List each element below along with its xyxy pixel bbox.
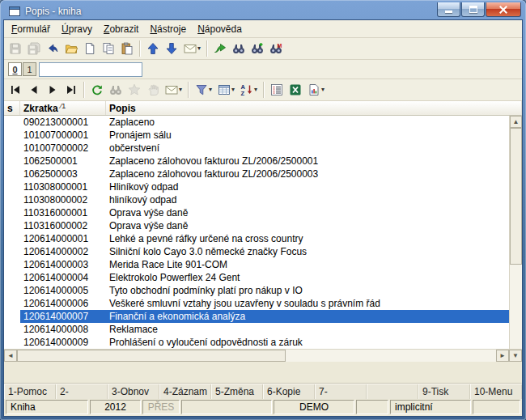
maximize-button[interactable] (461, 2, 485, 17)
fkey-4-zaznam[interactable]: 4-Záznam (159, 384, 211, 399)
scroll-right-icon[interactable]: ► (496, 350, 509, 362)
go-first-button[interactable] (6, 81, 24, 99)
fkey-10-menu[interactable]: 10-Menu (470, 384, 522, 399)
cell-zkratka: 110316000002 (20, 219, 106, 232)
column-header-zkratka[interactable]: Zkratka∕1 (20, 101, 106, 115)
export-icon (214, 42, 227, 55)
fkey-3-obnov[interactable]: 3-Obnov (108, 384, 159, 399)
find-m-button[interactable] (267, 40, 285, 57)
totals-button[interactable] (268, 81, 286, 99)
fkey-9-tisk[interactable]: 9-Tisk (418, 384, 470, 399)
table-row[interactable]: 110308000001Hliníkový odpad (4, 180, 509, 193)
new-record-button[interactable] (81, 40, 99, 57)
go-previous-button[interactable] (25, 81, 43, 99)
fkey-blank[interactable] (367, 384, 418, 399)
scroll-down-icon[interactable]: ▼ (509, 350, 522, 362)
cell-popis: Zaplaceno (106, 116, 509, 129)
scroll-up-icon[interactable]: ▲ (510, 116, 522, 128)
cell-s (4, 336, 20, 349)
column-header-popis[interactable]: Popis (106, 101, 522, 115)
print-report-button[interactable]: ▾ (305, 81, 327, 99)
cell-s (4, 245, 20, 258)
record-tab-0[interactable]: 0 (8, 62, 22, 76)
copy-button[interactable] (100, 40, 117, 57)
fkey-5-zmena[interactable]: 5-Změna (211, 384, 263, 399)
cell-popis: hliníkový odpad (106, 193, 509, 206)
vertical-scrollbar[interactable]: ▲ (509, 116, 522, 349)
status-panel-implicitni: implicitní (390, 400, 471, 414)
horizontal-scrollbar[interactable]: ◄ ► ▼ (4, 349, 522, 362)
table-row[interactable]: 120614000005Tyto obchodní podmínky platí… (4, 284, 509, 297)
refresh-button[interactable] (88, 81, 106, 99)
sort-button[interactable]: ▾ (238, 81, 260, 99)
paste-button[interactable] (118, 40, 136, 57)
spacer (4, 362, 522, 384)
fkey-1-pomoc[interactable]: 1-Pomoc (4, 384, 56, 399)
menu-item-formular[interactable]: Formulář (6, 21, 56, 37)
menu-item-nastroje[interactable]: Nástroje (144, 21, 192, 37)
menu-item-zobrazit[interactable]: Zobrazit (98, 21, 144, 37)
table-row[interactable]: 120614000007Finanční a ekonomická analýz… (4, 310, 509, 323)
cell-zkratka: 120614000007 (20, 310, 106, 323)
vertical-scroll-thumb[interactable] (510, 128, 522, 265)
sort-icon (240, 83, 253, 96)
table-row[interactable]: 120614000008Reklamace (4, 323, 509, 336)
record-tab-row: 01 (4, 60, 522, 79)
close-icon (498, 5, 508, 15)
minimize-icon (445, 11, 452, 13)
table-row[interactable]: 110316000001Oprava výše daně (4, 206, 509, 219)
table-row[interactable]: 120614000004Elektrokolo Powerflex 24 Gen… (4, 271, 509, 284)
fkey-7[interactable]: 7- (315, 384, 367, 399)
go-next-button[interactable] (44, 81, 62, 99)
table-row[interactable]: 1062500001Zaplaceno zálohovou fakturou Z… (4, 155, 509, 168)
cell-popis: Reklamace (106, 323, 509, 336)
record-tab-1[interactable]: 1 (23, 62, 36, 76)
table-row[interactable]: 120614000002Silniční kolo Cayo 3.0 němec… (4, 245, 509, 258)
close-button[interactable] (486, 2, 521, 17)
columns-button[interactable]: ▾ (215, 81, 237, 99)
scroll-left-icon[interactable]: ◄ (4, 350, 17, 362)
send-mail-icon (184, 42, 197, 55)
cell-zkratka: 110308000002 (20, 193, 106, 206)
table-row[interactable]: 101007000002občerstvení (4, 142, 509, 155)
table-row[interactable]: 090213000001Zaplaceno (4, 116, 509, 129)
open-button[interactable] (62, 40, 80, 57)
filter-button[interactable]: ▾ (193, 81, 214, 99)
horizontal-scroll-track[interactable] (17, 350, 496, 362)
send-mail-button[interactable]: ▾ (181, 40, 203, 57)
export-button[interactable] (211, 40, 229, 57)
table-row[interactable]: 110316000002Oprava výše daně (4, 219, 509, 232)
horizontal-scroll-thumb[interactable] (17, 350, 286, 362)
status-panel-2012: 2012 (90, 400, 141, 414)
fkey-6-kopie[interactable]: 6-Kopie (263, 384, 315, 399)
move-up-button[interactable] (144, 40, 162, 57)
cell-s (4, 271, 20, 284)
export-excel-button[interactable] (286, 81, 304, 99)
table-body-area: 090213000001Zaplaceno101007000001Pronáje… (4, 116, 522, 349)
table-row[interactable]: 120614000003Merida Race Lite 901-COM (4, 258, 509, 271)
vertical-scroll-track[interactable] (510, 128, 522, 349)
table-row[interactable]: 120614000006Veškeré smluvní vztahy jsou … (4, 297, 509, 310)
menu-item-napoveda[interactable]: Nápověda (192, 21, 248, 37)
find-button[interactable] (230, 40, 248, 57)
table-row[interactable]: 120614000001Lehké a pevné ráfky určené n… (4, 232, 509, 245)
find-next-button[interactable] (248, 40, 266, 57)
move-down-button[interactable] (163, 40, 180, 57)
cell-s (4, 297, 20, 310)
table-row[interactable]: 1062500003Zaplaceno zálohovou fakturou Z… (4, 168, 509, 180)
quick-search-input[interactable] (39, 62, 142, 77)
cell-popis: Hliníkový odpad (106, 180, 509, 193)
table-row[interactable]: 110308000002hliníkový odpad (4, 193, 509, 206)
table-row[interactable]: 101007000001Pronájem sálu (4, 129, 509, 142)
copy-icon (102, 42, 115, 55)
paste-icon (121, 42, 134, 55)
minimize-button[interactable] (437, 2, 460, 17)
table-row[interactable]: 120614000009Prohlášení o vyloučení odpov… (4, 336, 509, 349)
go-last-button[interactable] (62, 81, 80, 99)
send-mail-button[interactable]: ▾ (163, 81, 185, 99)
fkey-2[interactable]: 2- (56, 384, 108, 399)
title-bar: Popis - kniha (3, 0, 523, 19)
column-header-s[interactable]: s (4, 101, 20, 115)
menu-item-upravy[interactable]: Úpravy (56, 21, 98, 37)
undo-button[interactable] (44, 40, 62, 57)
